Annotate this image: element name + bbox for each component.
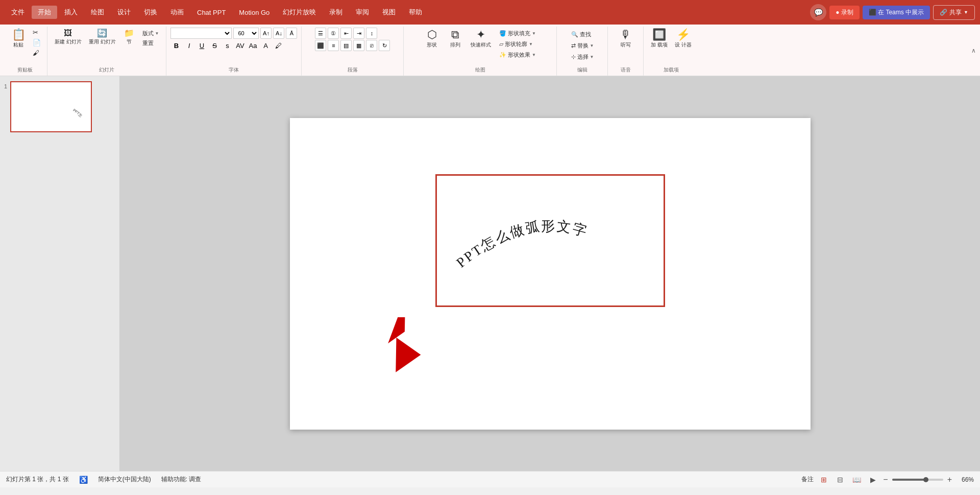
align-center-button[interactable]: ≡ [328, 40, 339, 51]
shape-effect-button[interactable]: ✨ 形状效果 ▼ [497, 50, 538, 60]
zoom-minus-button[interactable]: − [883, 475, 888, 484]
paragraph-label: 段落 [348, 66, 358, 75]
red-arrow [365, 317, 432, 375]
zoom-level-label[interactable]: 66% [956, 476, 974, 483]
font-name-select[interactable] [170, 28, 232, 39]
menu-design[interactable]: 设计 [111, 6, 137, 19]
menu-help[interactable]: 帮助 [403, 6, 428, 19]
reading-view-button[interactable]: 📖 [850, 474, 863, 486]
ribbon-group-font: 60 A↑ A↓ Ā B I U S s AV Aa A [166, 27, 302, 76]
shape-outline-arrow: ▼ [529, 42, 533, 46]
layout-button[interactable]: 版式 ▼ [140, 29, 161, 38]
slideshow-button[interactable]: ▶ [867, 474, 879, 486]
menu-record[interactable]: 录制 [323, 6, 349, 19]
font-size-increase-button[interactable]: A↑ [260, 28, 272, 39]
calculator-button[interactable]: ⚡ 设 计器 [672, 28, 695, 50]
zoom-slider[interactable] [892, 479, 943, 481]
slide-panel: 1 PPT怎么做弧形文字 [0, 76, 120, 471]
shape-fill-button[interactable]: 🪣 形状填充 ▼ [497, 29, 538, 38]
text-direction-button[interactable]: ↻ [379, 40, 390, 51]
change-case-button[interactable]: Aa [247, 40, 258, 51]
replace-arrow: ▼ [590, 43, 594, 48]
menu-draw[interactable]: 绘图 [85, 6, 110, 19]
menu-home[interactable]: 开始 [32, 6, 57, 19]
cut-button[interactable]: ✂ [31, 28, 43, 37]
columns-button[interactable]: ⎚ [366, 40, 377, 51]
menu-insert[interactable]: 插入 [58, 6, 84, 19]
slide-thumbnail[interactable]: PPT怎么做弧形文字 [10, 81, 92, 132]
menu-motiongo[interactable]: Motion Go [233, 7, 276, 18]
font-color-button[interactable]: A [260, 40, 271, 51]
find-icon: 🔍 [571, 31, 578, 38]
canvas-area[interactable]: PPT怎么做弧形文字 [120, 76, 980, 471]
addins-items: 🔲 加 载项 ⚡ 设 计器 [648, 28, 695, 66]
replace-button[interactable]: ⇄ 替换 ▼ [569, 41, 596, 51]
italic-button[interactable]: I [183, 40, 194, 51]
find-button[interactable]: 🔍 查找 [569, 30, 596, 39]
numbering-button[interactable]: ① [328, 28, 339, 39]
menu-animation[interactable]: 动画 [164, 6, 190, 19]
ribbon-group-speech: 🎙 听写 语音 [608, 27, 644, 76]
ribbon: 📋 粘贴 ✂ 📄 🖌 剪贴板 [0, 25, 980, 76]
main-area: 1 PPT怎么做弧形文字 [0, 76, 980, 471]
teams-present-button[interactable]: ⬛ 在 Teams 中展示 [863, 6, 930, 19]
add-plugin-icon: 🔲 [652, 29, 666, 40]
quick-style-button[interactable]: ✦ 快速样式 [468, 28, 494, 50]
menu-file[interactable]: 文件 [5, 6, 31, 19]
drawing-items: ⬡ 形状 ⧉ 排列 ✦ 快速样式 🪣 形状填充 [421, 28, 540, 66]
slides-label: 幻灯片 [99, 66, 114, 75]
copy-button[interactable]: 📄 [31, 38, 43, 48]
comments-button[interactable]: 💬 [810, 4, 826, 20]
section-icon: 📁 [124, 29, 134, 37]
ribbon-collapse-button[interactable]: ∧ [971, 47, 976, 54]
drawing-label: 绘图 [475, 66, 485, 75]
align-right-button[interactable]: ▤ [340, 40, 352, 51]
shadow-button[interactable]: s [222, 40, 233, 51]
menu-transition[interactable]: 切换 [138, 6, 163, 19]
line-spacing-button[interactable]: ↕ [366, 28, 377, 39]
increase-indent-button[interactable]: ⇥ [353, 28, 364, 39]
menu-view[interactable]: 视图 [376, 6, 402, 19]
font-size-decrease-button[interactable]: A↓ [273, 28, 284, 39]
section-button[interactable]: 📁 节 [120, 28, 138, 47]
align-left-button[interactable]: ⬛ [315, 40, 326, 51]
select-button[interactable]: ⊹ 选择 ▼ [569, 52, 596, 62]
shape-outline-button[interactable]: ▱ 形状轮廓 ▼ [497, 39, 538, 49]
strikethrough-button[interactable]: S [209, 40, 220, 51]
share-button[interactable]: 🔗 共享 ▼ [933, 5, 975, 20]
reset-button[interactable]: 重置 [140, 38, 161, 48]
menu-chatppt[interactable]: Chat PPT [191, 7, 232, 18]
add-plugin-button[interactable]: 🔲 加 载项 [648, 28, 671, 50]
slide-sorter-button[interactable]: ⊟ [834, 474, 846, 486]
title-right-area: 💬 ● 录制 ⬛ 在 Teams 中展示 🔗 共享 ▼ [810, 4, 975, 20]
highlight-button[interactable]: 🖊 [273, 40, 284, 51]
format-painter-button[interactable]: 🖌 [31, 48, 43, 58]
record-button[interactable]: ● 录制 [829, 6, 860, 19]
decrease-indent-button[interactable]: ⇤ [340, 28, 352, 39]
clipboard-subgroup: ✂ 📄 🖌 [31, 28, 43, 58]
paste-button[interactable]: 📋 粘贴 [7, 28, 30, 50]
svg-text:PPT怎么做弧形文字: PPT怎么做弧形文字 [12, 82, 83, 117]
shape-button[interactable]: ⬡ 形状 [421, 28, 443, 50]
zoom-plus-button[interactable]: + [947, 475, 952, 484]
new-slide-button[interactable]: 🖼 新建 幻灯片 [52, 28, 85, 47]
quick-style-icon: ✦ [476, 29, 485, 40]
slide-content-box[interactable]: PPT怎么做弧形文字 [435, 174, 665, 307]
char-spacing-button[interactable]: AV [234, 40, 246, 51]
zoom-slider-thumb [923, 477, 928, 482]
dictate-button[interactable]: 🎙 听写 [615, 28, 637, 50]
font-size-select[interactable]: 60 [233, 28, 259, 39]
normal-view-button[interactable]: ⊞ [818, 474, 830, 486]
arrange-button[interactable]: ⧉ 排列 [444, 28, 467, 50]
menu-review[interactable]: 审阅 [350, 6, 375, 19]
bold-button[interactable]: B [170, 40, 182, 51]
para-row2: ⬛ ≡ ▤ ▦ ⎚ ↻ [315, 40, 390, 51]
underline-button[interactable]: U [196, 40, 207, 51]
justify-button[interactable]: ▦ [353, 40, 364, 51]
reuse-slide-button[interactable]: 🔄 重用 幻灯片 [86, 28, 119, 47]
reuse-slide-icon: 🔄 [97, 29, 107, 37]
notes-button[interactable]: 备注 [801, 475, 814, 484]
clear-format-button[interactable]: Ā [286, 28, 297, 39]
menu-slideshow[interactable]: 幻灯片放映 [277, 6, 322, 19]
bullets-button[interactable]: ☰ [315, 28, 326, 39]
